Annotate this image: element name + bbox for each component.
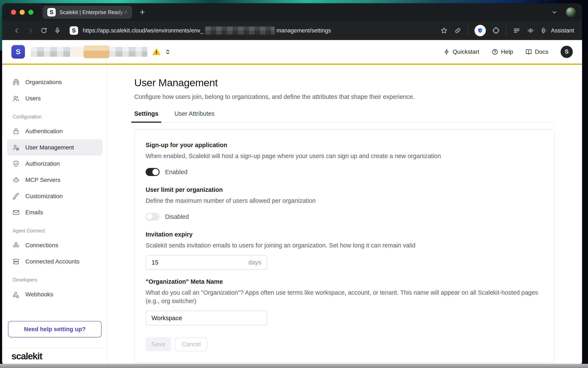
org-meta-name-description: What do you call an "Organization"? Apps… [146, 288, 538, 305]
assistant-label: Assistant [551, 28, 574, 34]
invitation-expiry-field: days [146, 255, 267, 270]
sidebar-item-organizations[interactable]: Organizations [7, 74, 102, 90]
org-meta-name-field [146, 311, 267, 325]
shield-check-icon [12, 160, 20, 167]
org-meta-name-title: "Organization" Meta Name [146, 278, 543, 285]
need-help-button[interactable]: Need help setting up? [8, 321, 102, 337]
invitation-expiry-input[interactable] [152, 259, 248, 266]
environment-warning-icon [152, 47, 161, 56]
sidebar-item-customization[interactable]: Customization [7, 188, 102, 204]
invitation-expiry-unit: days [248, 259, 261, 266]
envelope-icon [12, 209, 20, 216]
bookmark-star-icon[interactable] [440, 27, 448, 34]
sidebar-section-agent-connect: Agent Connect [13, 228, 97, 234]
sidebar-item-label: Webhooks [25, 291, 53, 298]
card-actions: Save Cancel [146, 337, 543, 351]
sidebar-item-mcp-servers[interactable]: MCP Servers [7, 172, 102, 188]
url-redacted-segment [205, 27, 275, 35]
forward-icon[interactable] [24, 27, 37, 34]
url-field[interactable]: S https://app.scalekit.cloud/ws/environm… [70, 26, 331, 35]
sidebar-item-label: User Management [25, 144, 74, 151]
url-prefix: https://app.scalekit.cloud/ws/environmen… [83, 28, 203, 34]
sidebar-item-label: Connections [25, 242, 58, 249]
maximize-window-button[interactable] [28, 10, 33, 15]
address-bar-actions: Assistant [440, 25, 574, 36]
sidebar-nav: Organizations Users Configuration [2, 74, 107, 303]
browser-tab-bar: S Scalekit | Enterprise Ready A + [2, 3, 582, 21]
sidebar-item-webhooks[interactable]: Webhooks [7, 286, 102, 303]
sidebar-item-label: Authentication [25, 128, 63, 135]
app-header-actions: Quickstart Help Docs S [444, 46, 573, 58]
sidebar-item-emails[interactable]: Emails [7, 204, 102, 221]
sidebar-item-authentication[interactable]: Authentication [7, 123, 102, 139]
extensions-puzzle-icon[interactable] [492, 27, 500, 34]
user-limit-description: Define the maximum number of users allow… [146, 196, 538, 205]
new-tab-button[interactable]: + [140, 8, 145, 17]
microphone-icon[interactable] [51, 27, 64, 34]
docs-button[interactable]: Docs [525, 48, 548, 55]
sidebar-item-connections[interactable]: Connections [7, 237, 102, 253]
sidebar-item-authorization[interactable]: Authorization [7, 156, 102, 172]
site-favicon: S [70, 26, 78, 35]
settings-card: Sign-up for your application When enable… [134, 129, 554, 363]
sidebar-section-configuration: Configuration [13, 114, 97, 120]
browser-profile-avatar[interactable] [566, 7, 576, 17]
user-limit-section: User limit per organization Define the m… [146, 186, 543, 222]
tab-user-attributes[interactable]: User Attributes [174, 110, 214, 122]
invitation-expiry-title: Invitation expiry [146, 230, 543, 238]
quickstart-button[interactable]: Quickstart [444, 48, 479, 55]
users-icon [12, 95, 20, 102]
tab-settings[interactable]: Settings [134, 110, 158, 122]
app-body: Organizations Users Configuration [2, 65, 582, 365]
sidebar-item-users[interactable]: Users [7, 90, 102, 106]
organizations-icon [12, 78, 20, 86]
desktop-wallpaper: S Scalekit | Enterprise Ready A + [0, 0, 588, 368]
org-meta-name-input[interactable] [152, 315, 261, 322]
tab-list-chevron-down-icon[interactable] [551, 9, 558, 16]
signup-toggle[interactable] [146, 168, 160, 176]
workspace-name-redacted [31, 47, 147, 57]
assistant-icon [541, 27, 548, 34]
signup-description: When enabled, Scalekit will host a sign-… [146, 152, 538, 160]
back-icon[interactable] [10, 27, 24, 34]
reload-icon[interactable] [37, 27, 51, 34]
cancel-button[interactable]: Cancel [175, 337, 207, 351]
page-title: User Management [134, 76, 582, 89]
user-limit-toggle[interactable] [146, 213, 160, 221]
user-gear-icon [12, 144, 20, 151]
toolbar-divider [506, 26, 507, 35]
sidebar-item-label: Organizations [25, 79, 62, 86]
scalekit-wordmark: scalekit [11, 351, 42, 361]
assistant-button[interactable]: Assistant [541, 27, 574, 34]
close-window-button[interactable] [11, 10, 16, 15]
sidebar-item-label: Emails [25, 209, 43, 216]
url-text: https://app.scalekit.cloud/ws/environmen… [83, 27, 331, 35]
password-manager-extension-icon[interactable] [474, 25, 486, 36]
sidebar-item-connected-accounts[interactable]: Connected Accounts [7, 253, 102, 270]
robot-icon [12, 176, 20, 184]
signup-section: Sign-up for your application When enable… [146, 141, 543, 178]
sidebar-footer: scalekit [2, 348, 107, 365]
toolbar-divider [468, 26, 468, 35]
user-limit-toggle-row: Disabled [146, 211, 543, 222]
sidebar-item-user-management[interactable]: User Management [7, 139, 102, 156]
help-button[interactable]: Help [492, 48, 513, 55]
signup-toggle-row: Enabled [146, 166, 543, 178]
environment-switcher[interactable] [164, 48, 171, 55]
lightning-icon [444, 49, 450, 55]
voice-waveform-icon[interactable] [527, 27, 534, 34]
reading-list-icon[interactable] [513, 27, 521, 34]
save-button[interactable]: Save [146, 337, 171, 351]
minimize-window-button[interactable] [20, 10, 25, 15]
url-suffix: management/settings [277, 28, 331, 34]
tab-favicon: S [47, 8, 56, 17]
sidebar-item-label: Users [25, 95, 41, 102]
browser-address-bar: S https://app.scalekit.cloud/ws/environm… [2, 21, 582, 40]
main-content: User Management Configure how users join… [108, 65, 582, 365]
browser-tab[interactable]: S Scalekit | Enterprise Ready A [43, 6, 132, 19]
copy-link-icon[interactable] [454, 27, 461, 34]
chevron-up-down-icon [164, 48, 171, 55]
user-avatar[interactable]: S [560, 46, 573, 58]
tab-list: Settings User Attributes [134, 110, 554, 123]
window-controls [11, 10, 33, 15]
